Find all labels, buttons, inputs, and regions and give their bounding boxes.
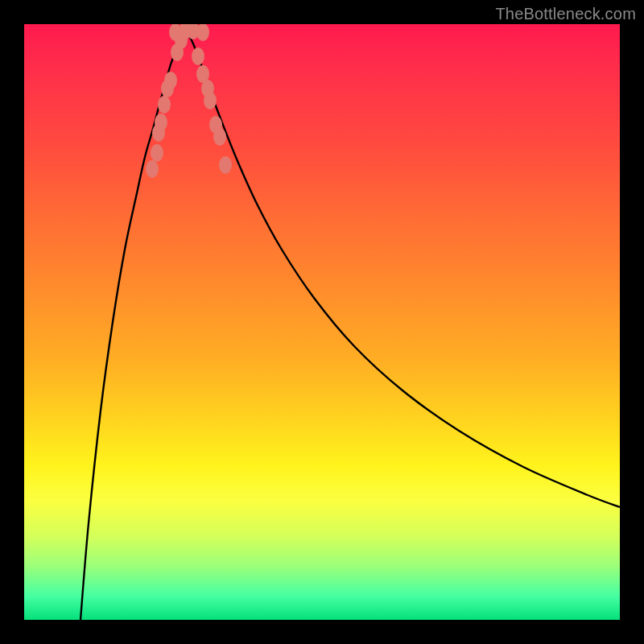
data-point	[146, 160, 159, 178]
data-point	[219, 156, 232, 174]
data-point	[164, 72, 177, 89]
data-point	[192, 47, 204, 65]
curve-svg	[24, 24, 620, 620]
dots-group	[146, 24, 232, 178]
data-point	[151, 144, 163, 162]
data-point	[158, 96, 171, 114]
watermark-text: TheBottleneck.com	[495, 5, 636, 23]
data-point	[213, 128, 226, 146]
data-point	[204, 92, 217, 109]
data-point	[155, 114, 167, 131]
data-point	[196, 24, 209, 41]
plot-area	[24, 24, 620, 620]
chart-frame: TheBottleneck.com	[0, 0, 644, 644]
